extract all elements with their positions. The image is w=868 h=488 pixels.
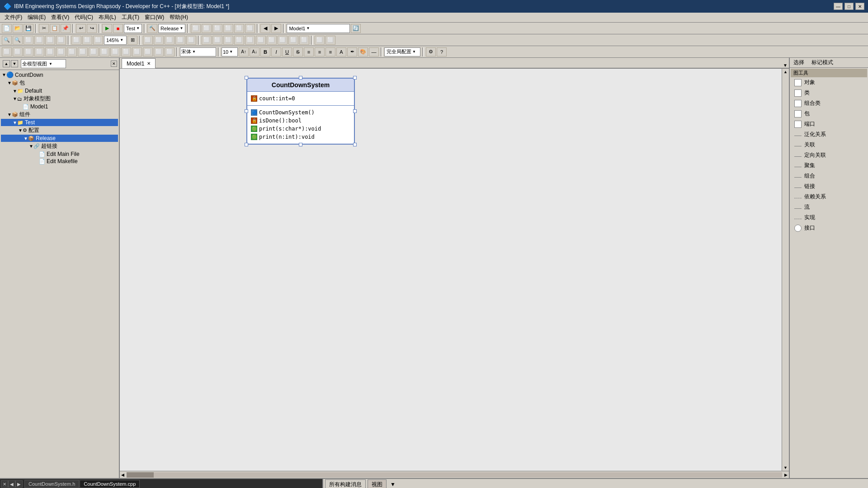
tree-item-test[interactable]: ▼ 📁 Test <box>1 119 118 126</box>
uml-class[interactable]: CountDownSystem 🔒 count:int=0 🔵 <box>246 78 355 145</box>
handle-ml[interactable] <box>245 109 248 113</box>
minimize-button[interactable]: — <box>834 3 843 10</box>
diagram-tab-close[interactable]: ✕ <box>147 61 151 66</box>
tb3-line-btn[interactable]: — <box>369 47 379 56</box>
handle-bc[interactable] <box>299 143 302 146</box>
tree-item-countdown[interactable]: ▼ 🔵 CountDown <box>1 71 118 79</box>
handle-tl[interactable] <box>245 76 248 80</box>
handle-mr[interactable] <box>353 109 357 113</box>
left-panel-close[interactable]: ✕ <box>111 61 117 67</box>
align-right-button[interactable]: ≡ <box>326 47 335 56</box>
scroll-down-arrow[interactable]: ▼ <box>783 465 788 471</box>
tree-item-default[interactable]: ▼ 📁 Default <box>1 87 118 94</box>
tb2-btn-13[interactable]: ⬜ <box>165 36 175 45</box>
scroll-track-h[interactable] <box>127 472 782 478</box>
menu-help[interactable]: 帮助(H) <box>167 13 191 22</box>
tb2-btn-3[interactable]: ⬜ <box>24 36 33 45</box>
tb3-btn-9[interactable]: ⬜ <box>89 47 99 56</box>
menu-window[interactable]: 窗口(W) <box>142 13 167 22</box>
palette-item-package[interactable]: 包 <box>791 108 867 119</box>
tb-btn-8[interactable]: ⬜ <box>212 24 222 33</box>
tb2-btn-5[interactable]: ⬜ <box>45 36 55 45</box>
tb2-btn-11[interactable]: ⬜ <box>143 36 153 45</box>
code-tab-header[interactable]: CountDownSystem.h <box>24 480 79 488</box>
tb2-btn-23[interactable]: ⬜ <box>278 36 288 45</box>
build-tab-view[interactable]: 视图 <box>368 479 387 488</box>
tb3-text-btn[interactable]: A <box>336 47 346 56</box>
tb3-btn-11[interactable]: ⬜ <box>110 47 120 56</box>
build-tab-messages[interactable]: 所有构建消息 <box>325 479 366 488</box>
palette-item-directed-assoc[interactable]: 定向关联 <box>791 150 867 160</box>
tb3-btn-6[interactable]: ⬜ <box>56 47 66 56</box>
palette-item-aggregation[interactable]: 聚集 <box>791 160 867 171</box>
tb2-btn-27[interactable]: ⬜ <box>326 36 335 45</box>
tb2-btn-12[interactable]: ⬜ <box>154 36 164 45</box>
diagram-scroll-bottom[interactable]: ◀ ▶ <box>120 471 789 478</box>
tb3-btn-7[interactable]: ⬜ <box>67 47 77 56</box>
bold-button[interactable]: B <box>260 47 270 56</box>
tb2-btn-15[interactable]: ⬜ <box>186 36 196 45</box>
tb3-btn-13[interactable]: ⬜ <box>132 47 142 56</box>
tb-btn-13[interactable]: ▶ <box>271 24 281 33</box>
tb3-btn-3[interactable]: ⬜ <box>24 47 33 56</box>
paste-button[interactable]: 📌 <box>61 24 71 33</box>
tree-toggle-hyperlink[interactable]: ▼ <box>29 144 33 149</box>
tb3-settings-btn[interactable]: ⚙ <box>426 47 436 56</box>
tb-btn-7[interactable]: ⬜ <box>202 24 212 33</box>
tb2-btn-18[interactable]: ⬜ <box>223 36 233 45</box>
tree-item-components[interactable]: ▼ 📦 组件 <box>1 110 118 119</box>
tb3-btn-12[interactable]: ⬜ <box>121 47 131 56</box>
zoom-dropdown[interactable]: 145% ▼ <box>104 36 127 45</box>
tree-toggle-components[interactable]: ▼ <box>7 112 12 117</box>
tb3-btn-15[interactable]: ⬜ <box>154 47 164 56</box>
palette-item-flow[interactable]: 流 <box>791 202 867 212</box>
stop-button[interactable]: ■ <box>113 24 123 33</box>
tree-toggle-default[interactable]: ▼ <box>13 89 17 94</box>
font-family-dropdown[interactable]: 宋体 ▼ <box>180 47 216 56</box>
tb2-btn-1[interactable]: 🔍 <box>2 36 12 45</box>
handle-br[interactable] <box>353 143 357 146</box>
menu-layout[interactable]: 布局(L) <box>96 13 119 22</box>
palette-tab-select[interactable]: 选择 <box>790 58 808 67</box>
tb-btn-11[interactable]: ⬜ <box>245 24 255 33</box>
tree-nav-up[interactable]: ▲ <box>3 60 10 67</box>
tb2-btn-7[interactable]: ⬜ <box>71 36 81 45</box>
tb2-btn-2[interactable]: 🔍 <box>13 36 23 45</box>
font-shrink-button[interactable]: A↓ <box>250 47 259 56</box>
tree-item-hyperlink[interactable]: ▼ 🔗 超链接 <box>1 142 118 150</box>
palette-item-association[interactable]: 关联 <box>791 140 867 150</box>
tb2-btn-24[interactable]: ⬜ <box>288 36 298 45</box>
tb3-help-btn[interactable]: ? <box>437 47 447 56</box>
align-center-button[interactable]: ≡ <box>315 47 325 56</box>
tb-btn-12[interactable]: ◀ <box>260 24 270 33</box>
tree-toggle-model[interactable]: ▼ <box>13 96 17 101</box>
tb2-btn-17[interactable]: ⬜ <box>212 36 222 45</box>
refresh-button[interactable]: 🔄 <box>351 24 361 33</box>
tb3-btn-2[interactable]: ⬜ <box>13 47 23 56</box>
diagram-tab-model1[interactable]: Model1 ✕ <box>122 58 156 68</box>
tb-btn-6[interactable]: ⬜ <box>191 24 201 33</box>
tb2-btn-16[interactable]: ⬜ <box>202 36 212 45</box>
tb2-btn-22[interactable]: ⬜ <box>267 36 277 45</box>
handle-bl[interactable] <box>245 143 248 146</box>
test-dropdown[interactable]: Test ▼ <box>124 24 142 33</box>
palette-item-class[interactable]: 类 <box>791 88 867 98</box>
palette-tab-mark[interactable]: 标记模式 <box>808 58 837 67</box>
tb3-btn-5[interactable]: ⬜ <box>45 47 55 56</box>
close-button[interactable]: ✕ <box>855 3 864 10</box>
handle-tc[interactable] <box>299 76 302 80</box>
palette-item-link[interactable]: 链接 <box>791 181 867 192</box>
tb2-btn-19[interactable]: ⬜ <box>234 36 244 45</box>
model-dropdown[interactable]: Model1 ▼ <box>287 24 350 33</box>
code-scroll-right[interactable]: ▶ <box>15 480 23 488</box>
scroll-thumb-h[interactable] <box>127 472 154 478</box>
tree-item-makefile[interactable]: ▶ 📄 Edit Makefile <box>1 158 118 165</box>
copy-button[interactable]: 📋 <box>50 24 60 33</box>
tb2-btn-21[interactable]: ⬜ <box>256 36 266 45</box>
scroll-right-arrow[interactable]: ▶ <box>783 473 789 477</box>
tb2-btn-25[interactable]: ⬜ <box>299 36 309 45</box>
build-header-dropdown[interactable]: ▼ <box>390 481 396 488</box>
cut-button[interactable]: ✂ <box>39 24 49 33</box>
scroll-up-arrow[interactable]: ▲ <box>783 69 788 75</box>
maximize-button[interactable]: □ <box>844 3 854 10</box>
